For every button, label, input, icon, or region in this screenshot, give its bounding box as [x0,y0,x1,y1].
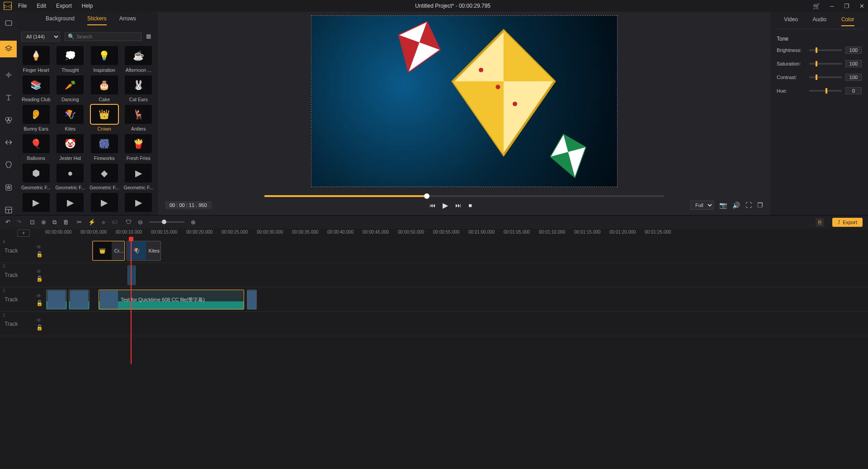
sticker-item[interactable]: 🍟Fresh Fries [123,134,155,161]
speed-icon[interactable]: ⚡ [88,219,95,225]
copy-icon[interactable]: ⧉ [52,219,57,226]
sticker-item[interactable]: 🎈Balloons [20,134,52,161]
menu-export[interactable]: Export [56,3,72,9]
next-frame-icon[interactable]: ⏭ [455,202,461,209]
sticker-item[interactable]: ▶Geometric F... [55,193,86,215]
minimize-icon[interactable]: ─ [830,3,834,9]
add-track-button[interactable]: + [17,230,30,237]
media-icon[interactable] [4,18,14,28]
tab-stickers[interactable]: Stickers [87,15,107,25]
zoom-slider[interactable] [149,221,184,223]
sticker-item[interactable]: 🍦Finger Heart [20,46,52,73]
text-icon[interactable] [4,93,14,103]
delete-icon[interactable]: 🗑 [63,219,69,225]
cut-icon[interactable]: ✂ [77,219,82,225]
zoom-out-icon[interactable]: ⊖ [138,219,143,225]
visibility-icon[interactable]: 👁 [36,293,43,299]
tone-value[interactable]: 100 [845,74,862,81]
lock-icon[interactable]: 🔓 [36,251,43,258]
tone-slider[interactable] [809,63,842,65]
visibility-icon[interactable]: 👁 [36,317,43,324]
lock-icon[interactable]: 🔓 [36,276,43,282]
sticker-item[interactable]: 🎆Fireworks [89,134,120,161]
clip-video-c[interactable] [247,290,257,310]
stop-icon[interactable]: ■ [468,202,472,209]
menu-edit[interactable]: Edit [37,3,46,9]
tone-slider[interactable] [809,90,842,92]
play-icon[interactable]: ▶ [443,201,448,210]
sticker-item[interactable]: 👑Crown [89,105,120,131]
visibility-icon[interactable]: 👁 [36,268,43,275]
tab-color[interactable]: Color [841,16,854,26]
sticker-item[interactable]: 🤡Jester Hat [55,134,86,161]
sticker-item[interactable]: 💭Thought [55,46,86,73]
sticker-item[interactable]: ⬢Geometric F... [20,164,52,190]
sticker-item[interactable]: 👂Bunny Ears [20,105,52,131]
crop-icon[interactable]: ⟐ [102,219,105,225]
sticker-item[interactable]: 💡Inspiration [89,46,120,73]
clip-kites[interactable]: 🪁Kites [127,241,161,261]
sticker-item[interactable]: 🐰Cat Ears [123,75,155,102]
search-box[interactable]: 🔍 [65,32,142,41]
sticker-item[interactable]: 🪁Kites [55,105,86,131]
tone-value[interactable]: 0 [845,87,862,94]
sticker-item[interactable]: ▶Geometric F... [123,164,155,190]
sticker-item[interactable]: ▶Geometric F... [123,193,155,215]
undo-icon[interactable]: ↶ [5,219,10,225]
sticker-item[interactable]: 🎂Cake [89,75,120,102]
tone-value[interactable]: 100 [845,47,862,54]
sticker-item[interactable]: ▶Geometric F... [20,193,52,215]
export-settings-icon[interactable]: ⎘ [816,218,824,227]
clip-video-b[interactable] [69,290,90,310]
visibility-icon[interactable]: 👁 [36,244,43,250]
audio-icon[interactable] [4,70,14,80]
favorites-icon[interactable] [4,183,14,192]
tone-slider[interactable] [809,76,842,78]
fullscreen-icon[interactable]: ⛶ [745,202,752,209]
scrub-bar[interactable] [264,195,664,197]
sticker-item[interactable]: ●Geometric F... [55,164,86,190]
export-button[interactable]: ⤴Export [832,218,863,227]
menu-help[interactable]: Help [82,3,93,9]
snapshot-icon[interactable]: 📷 [719,202,727,209]
lock-icon[interactable]: 🔓 [36,324,43,331]
sticker-item[interactable]: 🦌Antlers [123,105,155,131]
clip-video-main[interactable]: Test for Quicktime 608 CC file(带字幕) [99,290,244,310]
tone-slider[interactable] [809,49,842,51]
playhead[interactable] [131,239,132,364]
prev-frame-icon[interactable]: ⏮ [429,202,435,209]
fit-select[interactable]: Full [690,201,714,210]
lock-icon[interactable]: 🔓 [36,300,43,306]
tab-video[interactable]: Video [784,16,797,26]
grid-view-icon[interactable]: ▦ [146,33,153,40]
category-select[interactable]: All (144) [21,32,60,42]
tab-arrows[interactable]: Arrows [119,15,136,25]
cart-icon[interactable]: 🛒 [813,3,820,9]
tone-value[interactable]: 100 [845,60,862,67]
layout-icon[interactable] [4,205,14,215]
sticker-item[interactable]: 🥕Dancing [55,75,86,102]
clip-crown[interactable]: 👑Cr... [92,241,125,261]
tool-icon[interactable]: ⊡ [30,219,35,225]
stickers-icon[interactable] [0,41,17,57]
zoom-in-icon[interactable]: ⊕ [191,219,196,225]
detach-icon[interactable]: ❐ [757,202,763,209]
add-icon[interactable]: ⊕ [41,219,46,225]
transition-icon[interactable] [4,137,14,147]
tab-audio[interactable]: Audio [813,16,827,26]
tab-background[interactable]: Background [46,15,75,25]
filter-icon[interactable] [4,115,14,125]
search-input[interactable] [76,34,138,39]
sticker-item[interactable]: 📚Reading Club [20,75,52,102]
sticker-item[interactable]: ☕Afternoon ... [123,46,155,73]
marker-icon[interactable]: 🛡 [126,219,132,225]
effects-icon[interactable] [4,160,14,170]
clip-video-a[interactable] [46,290,67,310]
tag-icon[interactable]: 🏷 [112,219,118,225]
close-icon[interactable]: ✕ [859,3,864,9]
sticker-item[interactable]: ◆Geometric F... [89,164,120,190]
clip-small[interactable] [127,265,136,285]
sticker-item[interactable]: ▶Geometric F... [89,193,120,215]
volume-icon[interactable]: 🔊 [732,202,740,209]
menu-file[interactable]: File [18,3,27,9]
